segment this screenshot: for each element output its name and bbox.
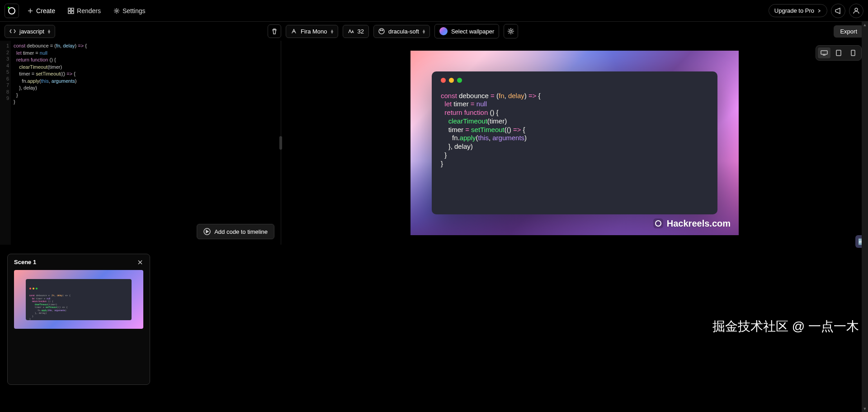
line-number: 6 <box>0 76 9 82</box>
add-to-timeline-button[interactable]: Add code to timeline <box>197 224 274 239</box>
wallpaper-label: Select wallpaper <box>451 28 494 35</box>
export-label: Export <box>840 28 857 35</box>
watermark: Hackreels.com <box>653 218 731 229</box>
upgrade-label: Upgrade to Pro <box>774 7 814 14</box>
close-icon[interactable] <box>137 259 143 265</box>
theme-select[interactable]: dracula-soft ▴▾ <box>373 25 430 38</box>
code-display: const debounce = (fn, delay) => { let ti… <box>441 92 708 168</box>
svg-point-5 <box>855 8 858 11</box>
svg-point-7 <box>380 30 381 31</box>
chevron-right-icon <box>817 9 821 13</box>
line-number: 7 <box>0 82 9 89</box>
line-number: 5 <box>0 69 9 76</box>
svg-rect-2 <box>68 11 71 14</box>
scene-thumbnail: const debounce = (fn, delay) => { let ti… <box>14 270 143 329</box>
chevron-updown-icon: ▴▾ <box>48 29 50 33</box>
font-icon <box>291 28 297 34</box>
code-window: const debounce = (fn, delay) => { let ti… <box>432 71 717 214</box>
preview-canvas: const debounce = (fn, delay) => { let ti… <box>281 41 868 245</box>
svg-rect-0 <box>68 8 71 10</box>
fontsize-value: 32 <box>358 28 364 35</box>
export-button[interactable]: Export <box>834 25 863 38</box>
main-area: 1 2 3 4 5 6 7 8 9 const debounce = (fn, … <box>0 41 868 245</box>
palette-icon <box>378 28 385 34</box>
add-timeline-label: Add code to timeline <box>214 228 268 235</box>
svg-point-9 <box>510 30 512 33</box>
renders-button[interactable]: Renders <box>63 5 105 17</box>
gear-icon <box>507 28 514 35</box>
fontsize-select[interactable]: 32 <box>343 25 369 38</box>
play-add-icon <box>203 228 211 235</box>
svg-point-4 <box>116 10 118 12</box>
settings-button[interactable]: Settings <box>109 5 150 17</box>
scene-card[interactable]: Scene 1 const debounce = (fn, delay) => … <box>7 254 150 385</box>
delete-button[interactable] <box>268 24 281 38</box>
line-number: 4 <box>0 62 9 69</box>
scroll-down-icon[interactable]: ▼ <box>862 406 868 412</box>
watermark-logo-icon <box>653 218 663 228</box>
svg-point-8 <box>382 30 383 31</box>
line-number: 3 <box>0 56 9 62</box>
line-gutter: 1 2 3 4 5 6 7 8 9 <box>0 41 11 245</box>
toolbar: javascript ▴▾ Fira Mono ▴▾ 32 dracula-so… <box>0 22 868 41</box>
create-label: Create <box>36 7 55 14</box>
line-number: 8 <box>0 89 9 95</box>
language-value: javascript <box>19 28 44 35</box>
font-select[interactable]: Fira Mono ▴▾ <box>286 25 338 38</box>
scrollbar[interactable]: ▲ ▼ <box>862 22 868 412</box>
settings-label: Settings <box>123 7 146 14</box>
minimize-dot-icon <box>449 78 454 83</box>
svg-rect-3 <box>71 11 74 14</box>
close-dot-icon <box>441 78 446 83</box>
watermark-text: Hackreels.com <box>667 218 731 229</box>
text-size-icon <box>348 28 354 34</box>
renders-label: Renders <box>77 7 101 14</box>
traffic-lights <box>441 78 708 83</box>
wallpaper-swatch-icon <box>439 27 448 35</box>
megaphone-icon <box>835 7 842 14</box>
grid-icon <box>68 8 74 14</box>
logo[interactable] <box>5 4 19 18</box>
line-number: 1 <box>0 43 9 49</box>
plus-icon <box>27 8 33 14</box>
upgrade-button[interactable]: Upgrade to Pro <box>769 4 827 17</box>
code-icon <box>9 28 16 34</box>
preview-pane: const debounce = (fn, delay) => { let ti… <box>281 41 868 245</box>
code-editor[interactable]: const debounce = (fn, delay) => { let ti… <box>11 41 281 245</box>
scene-header: Scene 1 <box>8 254 150 270</box>
editor-pane: 1 2 3 4 5 6 7 8 9 const debounce = (fn, … <box>0 41 281 245</box>
notifications-button[interactable] <box>831 4 845 18</box>
chevron-updown-icon: ▴▾ <box>423 29 425 33</box>
svg-point-6 <box>379 28 384 34</box>
create-button[interactable]: Create <box>23 5 60 17</box>
attribution-text: 掘金技术社区 @ 一点一木 <box>712 318 859 335</box>
preview-settings-button[interactable] <box>504 24 518 38</box>
trash-icon <box>271 28 278 34</box>
user-button[interactable] <box>849 4 863 18</box>
theme-value: dracula-soft <box>388 28 419 35</box>
maximize-dot-icon <box>457 78 462 83</box>
scene-title: Scene 1 <box>14 259 36 265</box>
preview-wallpaper: const debounce = (fn, delay) => { let ti… <box>410 51 739 235</box>
user-icon <box>853 7 860 14</box>
app-header: Create Renders Settings Upgrade to Pro <box>0 0 868 22</box>
font-value: Fira Mono <box>301 28 327 35</box>
chevron-updown-icon: ▴▾ <box>331 29 333 33</box>
line-number: 2 <box>0 49 9 56</box>
wallpaper-button[interactable]: Select wallpaper <box>434 24 499 38</box>
svg-rect-1 <box>71 8 74 10</box>
scroll-up-icon[interactable]: ▲ <box>862 22 868 28</box>
line-number: 9 <box>0 95 9 102</box>
gear-icon <box>113 8 120 14</box>
language-select[interactable]: javascript ▴▾ <box>5 25 55 38</box>
